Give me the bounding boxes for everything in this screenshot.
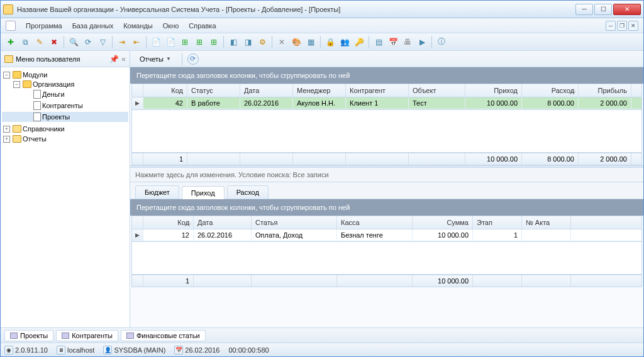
bottom-grid-header: Код△ Дата Статья Касса Сумма Этап № Акта bbox=[132, 216, 641, 229]
bottom-grid-group-panel[interactable]: Перетащите сюда заголовок колонки, чтобы… bbox=[130, 199, 643, 216]
sort-asc-icon: △ bbox=[572, 87, 575, 93]
edit-icon[interactable]: ✎ bbox=[33, 36, 46, 48]
mdi-restore-button[interactable]: ❐ bbox=[617, 21, 627, 31]
key-icon[interactable]: 🔑 bbox=[353, 36, 365, 48]
menu-database[interactable]: База данных bbox=[69, 20, 118, 31]
top-grid-row[interactable]: ▶ 42 В работе 26.02.2016 Акулов Н.Н. Кли… bbox=[132, 97, 641, 109]
search-icon[interactable]: 🔍 bbox=[67, 36, 80, 48]
top-grid-summary: 1 10 000.00 8 000.00 2 000.00 bbox=[131, 153, 642, 165]
top-grid-empty-area bbox=[131, 110, 642, 153]
col-object[interactable]: Объект bbox=[409, 84, 465, 97]
collapse-icon[interactable]: « bbox=[121, 55, 126, 63]
top-grid-group-panel[interactable]: Перетащите сюда заголовок колонки, чтобы… bbox=[130, 67, 643, 84]
play-icon[interactable]: ▶ bbox=[416, 36, 428, 48]
tab-expense[interactable]: Расход bbox=[227, 185, 269, 199]
folder-icon bbox=[4, 55, 13, 63]
sort-asc-icon: △ bbox=[187, 219, 191, 225]
mdi-close-button[interactable]: ✕ bbox=[628, 21, 638, 31]
sidebar: − Модули − Организация Деньги Контрагент… bbox=[1, 67, 130, 327]
lock-icon[interactable]: 🔒 bbox=[324, 36, 336, 48]
app-icon bbox=[3, 4, 13, 14]
tab-income[interactable]: Приход bbox=[182, 186, 225, 199]
wrench-icon[interactable]: ✕ bbox=[275, 36, 288, 48]
info-icon[interactable]: ⓘ bbox=[435, 36, 448, 48]
statusbar: ◉2.0.911.10 🖥localhost 👤SYSDBA (MAIN) 📅2… bbox=[1, 343, 643, 356]
minimize-button[interactable]: ─ bbox=[575, 4, 593, 15]
print-icon[interactable]: 🖶 bbox=[401, 36, 414, 48]
status-user: SYSDBA (MAIN) bbox=[114, 346, 165, 354]
col-income[interactable]: Приход bbox=[465, 84, 522, 97]
import-icon[interactable]: ⇤ bbox=[130, 36, 143, 48]
grid-icon[interactable]: ▤ bbox=[372, 36, 385, 48]
bcol-article[interactable]: Статья bbox=[252, 216, 337, 229]
menu-icon bbox=[6, 21, 16, 31]
add-icon[interactable]: ✚ bbox=[4, 36, 17, 48]
tab-budget[interactable]: Бюджет bbox=[135, 185, 179, 199]
status-host: localhost bbox=[67, 346, 94, 354]
layout-icon[interactable]: ▦ bbox=[304, 36, 317, 48]
col-status[interactable]: Статус bbox=[187, 84, 240, 97]
bcol-stage[interactable]: Этап bbox=[473, 216, 522, 229]
bcol-act[interactable]: № Акта bbox=[522, 216, 571, 229]
col-profit[interactable]: Прибыль bbox=[579, 84, 631, 97]
excel1-icon[interactable]: ⊞ bbox=[179, 36, 191, 48]
calendar-icon[interactable]: 📅 bbox=[387, 36, 399, 48]
top-grid-header: Код Статус Дата Менеджер Контрагент Объе… bbox=[132, 84, 641, 97]
pin-icon[interactable]: 📌 bbox=[109, 55, 119, 63]
tree-node-organization[interactable]: − Организация bbox=[2, 80, 128, 89]
export-icon[interactable]: ⇥ bbox=[116, 36, 128, 48]
excel3-icon[interactable]: ⊞ bbox=[208, 36, 220, 48]
col-manager[interactable]: Менеджер bbox=[293, 84, 346, 97]
doc1-icon[interactable]: 📄 bbox=[150, 36, 162, 48]
bcol-date[interactable]: Дата bbox=[194, 216, 252, 229]
user-menu-label: Меню пользователя bbox=[16, 55, 80, 63]
refresh-icon[interactable]: ⟳ bbox=[82, 36, 94, 48]
date-icon: 📅 bbox=[174, 346, 183, 354]
bottom-tab-contragents[interactable]: Контрагенты bbox=[56, 330, 118, 341]
user-icon: 👤 bbox=[103, 346, 112, 354]
col-code[interactable]: Код bbox=[143, 84, 187, 97]
tool2-icon[interactable]: ◨ bbox=[242, 36, 254, 48]
close-button[interactable]: ✕ bbox=[613, 4, 641, 15]
menu-help[interactable]: Справка bbox=[185, 20, 219, 31]
tree-node-projects[interactable]: Проекты bbox=[2, 112, 128, 122]
menu-commands[interactable]: Команды bbox=[119, 20, 157, 31]
col-expense[interactable]: Расход△ bbox=[522, 84, 579, 97]
tree-node-money[interactable]: Деньги bbox=[2, 89, 128, 99]
tool3-icon[interactable]: ⚙ bbox=[256, 36, 269, 48]
mdi-minimize-button[interactable]: ─ bbox=[606, 21, 616, 31]
menu-window[interactable]: Окно bbox=[159, 20, 183, 31]
users-icon[interactable]: 👥 bbox=[338, 36, 351, 48]
bcol-kassa[interactable]: Касса bbox=[337, 216, 413, 229]
col-contragent[interactable]: Контрагент bbox=[346, 84, 409, 97]
bcol-code[interactable]: Код△ bbox=[143, 216, 194, 229]
delete-icon[interactable]: ✖ bbox=[48, 36, 60, 48]
status-date: 26.02.2016 bbox=[185, 346, 219, 354]
sync-icon[interactable]: ⟳ bbox=[187, 53, 199, 65]
status-version: 2.0.911.10 bbox=[15, 346, 48, 354]
bottom-grid-summary: 1 10 000.00 bbox=[131, 275, 642, 287]
bcol-sum[interactable]: Сумма bbox=[413, 216, 473, 229]
filter-icon[interactable]: ▽ bbox=[96, 36, 109, 48]
reports-dropdown[interactable]: Отчеты ▼ bbox=[134, 53, 177, 65]
bottom-tab-finance[interactable]: Финансовые статьи bbox=[121, 330, 206, 341]
excel2-icon[interactable]: ⊞ bbox=[193, 36, 206, 48]
doc2-icon[interactable]: 📄 bbox=[164, 36, 177, 48]
tree-node-reports[interactable]: + Отчеты bbox=[2, 135, 128, 143]
bottom-grid-row[interactable]: ▶ 12 26.02.2016 Оплата, Доход Безнал тен… bbox=[132, 229, 641, 241]
window-title: Название Вашей организации - Универсальн… bbox=[17, 6, 575, 13]
col-date[interactable]: Дата bbox=[240, 84, 293, 97]
maximize-button[interactable]: ☐ bbox=[594, 4, 612, 15]
reports-label: Отчеты bbox=[140, 55, 164, 63]
tool1-icon[interactable]: ◧ bbox=[227, 36, 240, 48]
copy-icon[interactable]: ⧉ bbox=[19, 36, 31, 48]
main-area: − Модули − Организация Деньги Контрагент… bbox=[1, 67, 643, 327]
tree-node-contragents[interactable]: Контрагенты bbox=[2, 101, 128, 111]
tree-node-references[interactable]: + Справочники bbox=[2, 124, 128, 133]
bottom-tab-projects[interactable]: Проекты bbox=[4, 330, 53, 341]
detail-tabs: Бюджет Приход Расход bbox=[130, 182, 643, 199]
filter-bar[interactable]: Нажмите здесь для изменения. Условие пои… bbox=[130, 168, 643, 182]
palette-icon[interactable]: 🎨 bbox=[290, 36, 303, 48]
tree-node-modules[interactable]: − Модули bbox=[2, 70, 128, 79]
menu-program[interactable]: Программа bbox=[22, 20, 66, 31]
